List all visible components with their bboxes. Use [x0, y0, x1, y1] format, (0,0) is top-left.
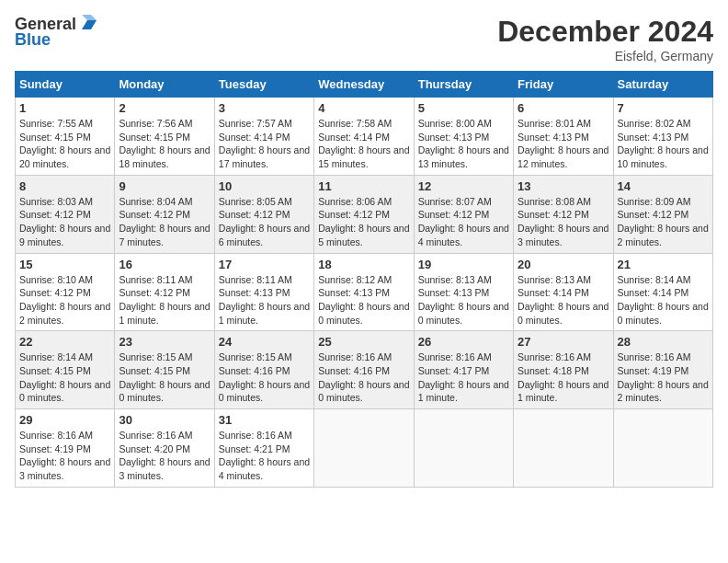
calendar-cell: [613, 409, 712, 488]
day-info: Sunrise: 8:14 AM Sunset: 4:15 PM Dayligh…: [19, 350, 110, 405]
daylight-label: Daylight: 8 hours and 20 minutes.: [19, 144, 110, 169]
day-number: 27: [518, 335, 609, 349]
sunset-label: Sunset: 4:12 PM: [19, 287, 91, 298]
calendar-cell: 14 Sunrise: 8:09 AM Sunset: 4:12 PM Dayl…: [613, 175, 712, 253]
day-info: Sunrise: 8:12 AM Sunset: 4:13 PM Dayligh…: [318, 273, 409, 327]
calendar-cell: 16 Sunrise: 8:11 AM Sunset: 4:12 PM Dayl…: [115, 253, 214, 331]
day-number: 30: [119, 413, 210, 427]
col-wednesday: Wednesday: [314, 72, 414, 98]
day-info: Sunrise: 8:15 AM Sunset: 4:16 PM Dayligh…: [219, 350, 310, 405]
day-info: Sunrise: 8:16 AM Sunset: 4:20 PM Dayligh…: [119, 429, 210, 483]
sunrise-label: Sunrise: 8:11 AM: [219, 274, 292, 285]
sunset-label: Sunset: 4:13 PM: [518, 132, 589, 143]
day-number: 28: [618, 335, 709, 349]
day-number: 31: [219, 413, 310, 427]
sunrise-label: Sunrise: 8:13 AM: [518, 274, 591, 285]
calendar-cell: 12 Sunrise: 8:07 AM Sunset: 4:12 PM Dayl…: [414, 175, 513, 253]
sunset-label: Sunset: 4:13 PM: [418, 287, 490, 298]
sunrise-label: Sunrise: 7:55 AM: [19, 118, 93, 129]
sunset-label: Sunset: 4:13 PM: [418, 132, 490, 143]
day-number: 4: [318, 101, 409, 115]
day-number: 22: [19, 335, 110, 349]
sunrise-label: Sunrise: 8:10 AM: [19, 274, 93, 285]
day-info: Sunrise: 8:13 AM Sunset: 4:14 PM Dayligh…: [518, 273, 609, 327]
calendar-cell: 20 Sunrise: 8:13 AM Sunset: 4:14 PM Dayl…: [514, 253, 613, 331]
daylight-label: Daylight: 8 hours and 13 minutes.: [418, 144, 509, 169]
sunrise-label: Sunrise: 8:16 AM: [518, 351, 591, 362]
sunset-label: Sunset: 4:14 PM: [318, 132, 390, 143]
calendar-cell: 19 Sunrise: 8:13 AM Sunset: 4:13 PM Dayl…: [414, 253, 513, 331]
col-sunday: Sunday: [16, 72, 115, 98]
day-info: Sunrise: 8:01 AM Sunset: 4:13 PM Dayligh…: [518, 117, 609, 171]
day-number: 15: [19, 258, 110, 271]
day-number: 23: [119, 335, 210, 349]
logo-icon: [78, 13, 98, 33]
calendar-cell: [514, 409, 613, 488]
sunset-label: Sunset: 4:14 PM: [518, 287, 589, 298]
calendar-cell: 24 Sunrise: 8:15 AM Sunset: 4:16 PM Dayl…: [214, 331, 313, 409]
calendar-cell: 18 Sunrise: 8:12 AM Sunset: 4:13 PM Dayl…: [314, 253, 414, 331]
daylight-label: Daylight: 8 hours and 1 minute.: [219, 301, 310, 326]
day-info: Sunrise: 8:14 AM Sunset: 4:14 PM Dayligh…: [618, 273, 709, 327]
title-block: December 2024 Eisfeld, Germany: [497, 15, 713, 63]
calendar-cell: 22 Sunrise: 8:14 AM Sunset: 4:15 PM Dayl…: [16, 331, 115, 409]
calendar-cell: 3 Sunrise: 7:57 AM Sunset: 4:14 PM Dayli…: [214, 98, 313, 176]
sunrise-label: Sunrise: 8:15 AM: [219, 351, 292, 362]
sunset-label: Sunset: 4:15 PM: [19, 132, 91, 143]
day-number: 6: [518, 101, 609, 115]
daylight-label: Daylight: 8 hours and 0 minutes.: [318, 379, 409, 404]
sunrise-label: Sunrise: 8:14 AM: [19, 351, 93, 362]
day-number: 11: [318, 179, 409, 193]
calendar-cell: 21 Sunrise: 8:14 AM Sunset: 4:14 PM Dayl…: [613, 253, 712, 331]
day-number: 8: [19, 179, 110, 193]
sunset-label: Sunset: 4:15 PM: [119, 365, 190, 376]
day-number: 16: [119, 258, 210, 271]
calendar-cell: 17 Sunrise: 8:11 AM Sunset: 4:13 PM Dayl…: [214, 253, 313, 331]
day-info: Sunrise: 8:16 AM Sunset: 4:19 PM Dayligh…: [19, 429, 110, 483]
sunrise-label: Sunrise: 8:16 AM: [119, 430, 192, 441]
calendar-cell: 6 Sunrise: 8:01 AM Sunset: 4:13 PM Dayli…: [514, 98, 613, 176]
day-info: Sunrise: 8:04 AM Sunset: 4:12 PM Dayligh…: [119, 195, 210, 249]
sunrise-label: Sunrise: 8:12 AM: [318, 274, 392, 285]
day-info: Sunrise: 7:56 AM Sunset: 4:15 PM Dayligh…: [119, 117, 210, 171]
calendar-cell: 30 Sunrise: 8:16 AM Sunset: 4:20 PM Dayl…: [115, 409, 214, 488]
calendar-cell: 2 Sunrise: 7:56 AM Sunset: 4:15 PM Dayli…: [115, 98, 214, 176]
day-number: 18: [318, 258, 409, 271]
col-tuesday: Tuesday: [214, 72, 313, 98]
calendar-week-5: 29 Sunrise: 8:16 AM Sunset: 4:19 PM Dayl…: [16, 409, 713, 488]
daylight-label: Daylight: 8 hours and 0 minutes.: [19, 379, 110, 404]
day-info: Sunrise: 8:10 AM Sunset: 4:12 PM Dayligh…: [19, 273, 110, 327]
day-number: 19: [418, 258, 509, 271]
sunset-label: Sunset: 4:12 PM: [318, 209, 390, 220]
daylight-label: Daylight: 8 hours and 3 minutes.: [518, 223, 609, 247]
day-number: 12: [418, 179, 509, 193]
sunset-label: Sunset: 4:15 PM: [19, 365, 91, 376]
day-info: Sunrise: 8:13 AM Sunset: 4:13 PM Dayligh…: [418, 273, 509, 327]
day-info: Sunrise: 7:57 AM Sunset: 4:14 PM Dayligh…: [219, 117, 310, 171]
sunset-label: Sunset: 4:12 PM: [119, 287, 190, 298]
sunrise-label: Sunrise: 7:57 AM: [219, 118, 292, 129]
sunset-label: Sunset: 4:12 PM: [518, 209, 589, 220]
calendar-cell: 4 Sunrise: 7:58 AM Sunset: 4:14 PM Dayli…: [314, 98, 414, 176]
daylight-label: Daylight: 8 hours and 1 minute.: [418, 379, 509, 404]
sunrise-label: Sunrise: 8:16 AM: [618, 351, 691, 362]
daylight-label: Daylight: 8 hours and 9 minutes.: [19, 223, 110, 247]
sunset-label: Sunset: 4:16 PM: [318, 365, 390, 376]
day-info: Sunrise: 8:16 AM Sunset: 4:17 PM Dayligh…: [418, 350, 509, 405]
sunrise-label: Sunrise: 8:13 AM: [418, 274, 492, 285]
day-info: Sunrise: 8:02 AM Sunset: 4:13 PM Dayligh…: [618, 117, 709, 171]
day-number: 1: [19, 101, 110, 115]
day-number: 26: [418, 335, 509, 349]
calendar-cell: 29 Sunrise: 8:16 AM Sunset: 4:19 PM Dayl…: [16, 409, 115, 488]
daylight-label: Daylight: 8 hours and 7 minutes.: [119, 223, 210, 247]
calendar-cell: [414, 409, 513, 488]
day-info: Sunrise: 8:11 AM Sunset: 4:12 PM Dayligh…: [119, 273, 210, 327]
calendar-cell: 15 Sunrise: 8:10 AM Sunset: 4:12 PM Dayl…: [16, 253, 115, 331]
daylight-label: Daylight: 8 hours and 5 minutes.: [318, 223, 409, 247]
day-number: 10: [219, 179, 310, 193]
daylight-label: Daylight: 8 hours and 2 minutes.: [19, 301, 110, 326]
sunset-label: Sunset: 4:13 PM: [618, 132, 689, 143]
daylight-label: Daylight: 8 hours and 12 minutes.: [518, 144, 609, 169]
sunrise-label: Sunrise: 8:16 AM: [418, 351, 492, 362]
calendar-cell: 5 Sunrise: 8:00 AM Sunset: 4:13 PM Dayli…: [414, 98, 513, 176]
